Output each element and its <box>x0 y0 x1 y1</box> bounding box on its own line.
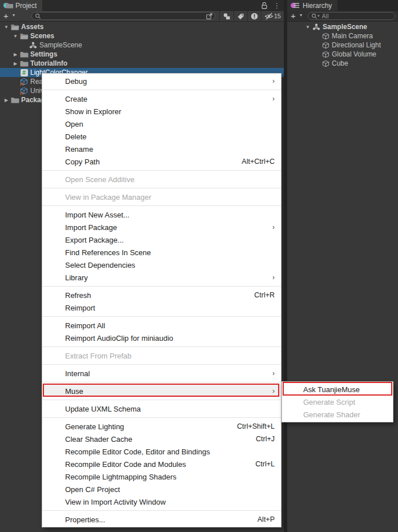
context-menu: Debug›Create›Show in ExplorerOpenDeleteR… <box>42 73 282 527</box>
context-menu-item-update-uxml-schema[interactable]: Update UXML Schema <box>42 402 281 415</box>
context-menu-item-delete[interactable]: Delete <box>42 130 281 143</box>
context-menu-item-clear-shader-cache[interactable]: Clear Shader CacheCtrl+J <box>42 433 281 445</box>
hierarchy-tree-item-main-camera[interactable]: Main Camera <box>301 31 398 41</box>
hierarchy-tree-item-directional-light[interactable]: Directional Light <box>301 41 398 50</box>
search-by-label-button[interactable] <box>234 11 247 21</box>
menu-item-shortcut: Ctrl+J <box>256 435 275 443</box>
project-search-input[interactable] <box>31 12 215 20</box>
context-menu-item-copy-path[interactable]: Copy PathAlt+Ctrl+C <box>42 155 281 168</box>
context-menu-item-import-package[interactable]: Import Package› <box>42 221 281 233</box>
cube-icon <box>322 42 329 49</box>
menu-separator <box>42 90 281 90</box>
context-menu-item-recompile-lightmapping-shaders[interactable]: Recompile Lightmapping Shaders <box>42 470 281 483</box>
menu-separator <box>42 188 281 188</box>
import-log-button[interactable] <box>247 11 261 21</box>
context-menu-item-reimport-all[interactable]: Reimport All <box>42 319 281 332</box>
add-object-button[interactable]: + <box>291 11 296 21</box>
menu-item-label: Update UXML Schema <box>65 405 275 413</box>
context-menu-item-open[interactable]: Open <box>42 118 281 130</box>
tag-icon <box>237 13 244 20</box>
svg-text:{}: {} <box>20 82 23 86</box>
context-menu-item-debug[interactable]: Debug› <box>42 75 281 87</box>
foldout-closed-icon[interactable]: ▶ <box>11 61 19 66</box>
context-menu-item-show-in-explorer[interactable]: Show in Explorer <box>42 105 281 118</box>
menu-item-label: Recompile Editor Code, Editor and Bindin… <box>65 448 275 456</box>
project-tree-item-assets[interactable]: ▼Assets <box>0 22 284 31</box>
submenu-item-ask-tuanjiemuse[interactable]: Ask TuanjieMuse <box>282 383 393 396</box>
eye-slash-icon <box>264 13 274 20</box>
add-asset-caret-icon[interactable]: ▾ <box>13 13 15 18</box>
project-tree-item-scenes[interactable]: ▼Scenes <box>0 31 284 41</box>
project-tree-item-samplescene[interactable]: SampleScene <box>0 41 284 50</box>
menu-item-label: Debug <box>65 77 268 86</box>
context-menu-item-export-package-[interactable]: Export Package... <box>42 233 281 246</box>
context-menu-item-find-references-in-scene[interactable]: Find References In Scene <box>42 246 281 259</box>
context-menu-item-recompile-editor-code-editor-and-bindings[interactable]: Recompile Editor Code, Editor and Bindin… <box>42 445 281 458</box>
menu-item-shortcut: Alt+P <box>258 515 275 523</box>
open-search-window-icon[interactable] <box>206 13 213 20</box>
tree-item-label: Global Volume <box>330 50 376 58</box>
hierarchy-tree-item-cube[interactable]: Cube <box>301 59 398 68</box>
context-menu-item-select-dependencies[interactable]: Select Dependencies <box>42 259 281 271</box>
tree-item-label: Directional Light <box>330 41 381 49</box>
menu-item-label: Import Package <box>65 223 268 232</box>
tab-hierarchy[interactable]: Hierarchy <box>287 0 337 11</box>
search-icon <box>311 13 317 19</box>
context-menu-item-generate-lighting[interactable]: Generate LightingCtrl+Shift+L <box>42 420 281 433</box>
hidden-items-button[interactable]: 15 <box>261 11 284 21</box>
context-menu-item-internal[interactable]: Internal› <box>42 367 281 380</box>
foldout-open-icon[interactable]: ▼ <box>304 25 312 30</box>
context-menu-item-refresh[interactable]: RefreshCtrl+R <box>42 289 281 301</box>
context-menu-item-reimport-audioclip-for-miniaudio[interactable]: Reimport AudioClip for miniaudio <box>42 332 281 344</box>
add-object-caret-icon[interactable]: ▾ <box>300 13 302 18</box>
shapes-icon <box>223 13 231 20</box>
scene-icon <box>29 41 37 49</box>
tree-item-icon <box>10 96 19 104</box>
context-menu-item-reimport[interactable]: Reimport <box>42 301 281 314</box>
foldout-open-icon[interactable]: ▼ <box>2 25 10 30</box>
context-menu-item-recompile-editor-code-and-modules[interactable]: Recompile Editor Code and ModulesCtrl+L <box>42 458 281 470</box>
tab-project[interactable]: Project <box>0 0 42 11</box>
tree-item-label: Settings <box>29 50 57 58</box>
add-asset-button[interactable]: + <box>3 11 9 21</box>
search-filter-caret-icon[interactable]: ▾ <box>317 14 320 18</box>
kebab-menu-icon[interactable]: ⋮ <box>274 2 280 10</box>
submenu-arrow-icon: › <box>268 95 275 103</box>
context-menu-item-properties-[interactable]: Properties...Alt+P <box>42 513 281 526</box>
context-menu-item-create[interactable]: Create› <box>42 92 281 105</box>
unlock-icon[interactable] <box>261 2 268 9</box>
muse-submenu: Ask TuanjieMuseGenerate ScriptGenerate S… <box>282 381 393 422</box>
project-tab-icon <box>3 2 13 9</box>
project-tree-item-tutorialinfo[interactable]: ▶TutorialInfo <box>0 59 284 68</box>
context-menu-item-rename[interactable]: Rename <box>42 143 281 155</box>
context-menu-item-view-in-import-activity-window[interactable]: View in Import Activity Window <box>42 495 281 508</box>
project-tree-item-settings[interactable]: ▶Settings <box>0 50 284 59</box>
folder-icon <box>20 60 29 67</box>
hierarchy-tree-item-samplescene[interactable]: ▼SampleScene <box>301 22 398 31</box>
menu-item-label: Generate Script <box>303 398 387 406</box>
menu-separator <box>42 205 281 206</box>
menu-item-label: Export Package... <box>65 236 275 244</box>
tree-item-label: Assets <box>19 23 43 31</box>
foldout-closed-icon[interactable]: ▶ <box>11 52 19 57</box>
hierarchy-search-input[interactable]: ▾ All <box>308 12 396 20</box>
project-tab-label: Project <box>15 2 37 10</box>
context-menu-item-muse[interactable]: Muse› <box>42 385 281 397</box>
search-icon <box>35 13 41 19</box>
folder-icon <box>6 2 13 9</box>
foldout-closed-icon[interactable]: ▶ <box>2 98 10 103</box>
submenu-arrow-icon: › <box>268 223 275 231</box>
menu-item-label: Extract From Prefab <box>65 352 275 360</box>
cube-icon <box>322 33 329 40</box>
hierarchy-tree-item-global-volume[interactable]: Global Volume <box>301 50 398 59</box>
menu-item-label: View in Import Activity Window <box>65 498 275 506</box>
context-menu-item-library[interactable]: Library› <box>42 271 281 284</box>
menu-item-label: Open <box>65 120 275 128</box>
context-menu-item-open-c-project[interactable]: Open C# Project <box>42 483 281 495</box>
tree-item-icon <box>29 41 38 49</box>
foldout-open-icon[interactable]: ▼ <box>11 34 19 39</box>
tree-item-label: Cube <box>330 59 348 67</box>
search-by-type-button[interactable] <box>219 11 234 21</box>
context-menu-item-import-new-asset-[interactable]: Import New Asset... <box>42 208 281 221</box>
menu-item-label: Rename <box>65 145 275 154</box>
